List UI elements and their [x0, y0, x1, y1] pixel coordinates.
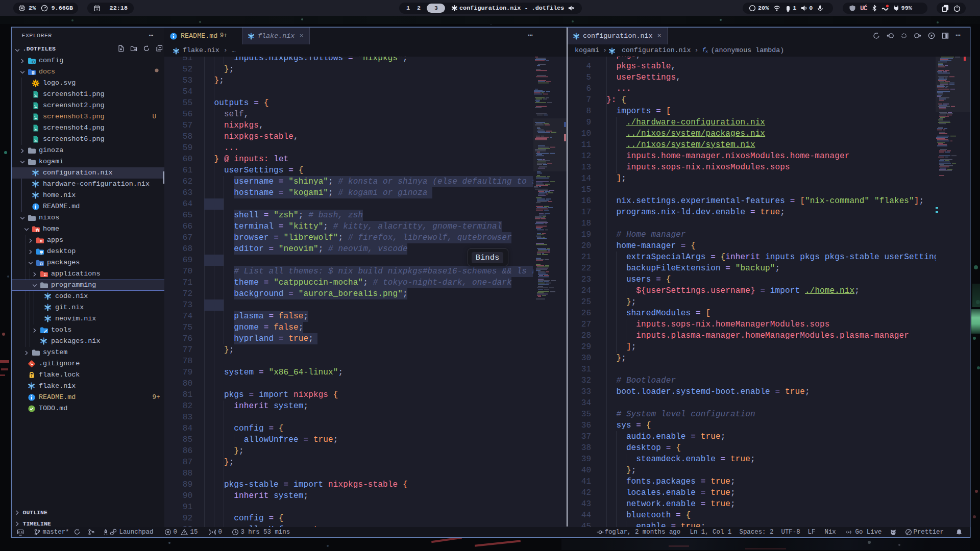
svg-text:x: x [705, 49, 708, 53]
